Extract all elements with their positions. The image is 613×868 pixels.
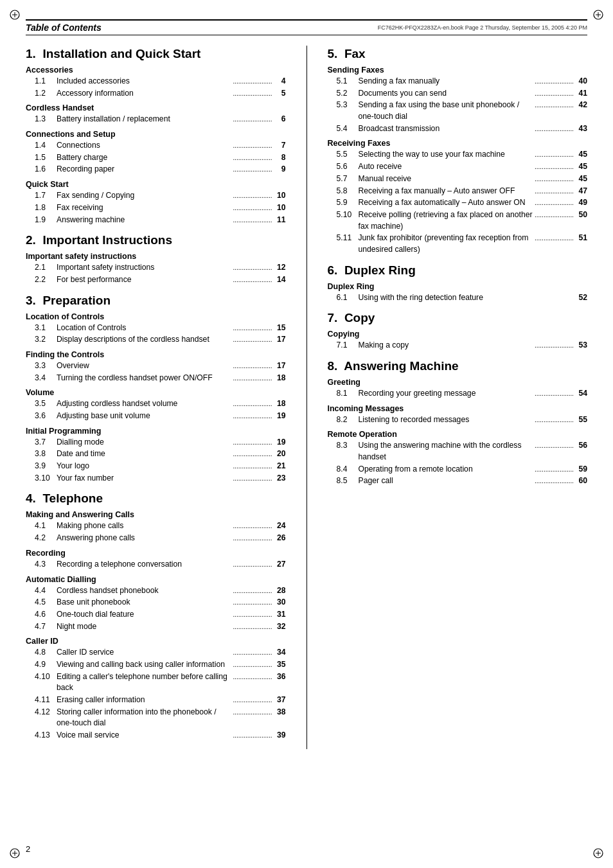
toc-dots: ........................................ [233,400,272,409]
toc-text: Your fax number [57,473,233,484]
toc-num: 2.1 [35,262,57,274]
toc-page: 49 [573,197,587,209]
toc-num: 1.2 [35,88,57,100]
toc-text: Fax receiving [57,202,233,214]
toc-page: 19 [272,411,286,422]
toc-entry: 5.10 Receive polling (retrieving a fax p… [328,209,588,232]
toc-page: 21 [272,461,286,472]
toc-num: 4.3 [35,559,57,571]
toc-entry: 2.2 For best performance ...............… [26,274,286,286]
toc-entry: 4.13 Voice mail service ................… [26,730,286,741]
toc-text: Auto receive [359,161,535,173]
toc-page: 27 [272,559,286,571]
toc-num: 5.2 [337,88,359,100]
toc-text: Adjusting base unit volume [57,411,233,422]
toc-text: Using with the ring detection feature [359,292,535,304]
toc-text: Important safety instructions [57,262,233,274]
toc-entry: 1.8 Fax receiving ......................… [26,202,286,214]
toc-page: 24 [272,520,286,532]
toc-dots: ........................................ [233,77,272,87]
section-title: 1. Installation and Quick Start [26,47,286,61]
toc-page: 7 [272,140,286,152]
subsection-title: Connections and Setup [26,130,286,139]
toc-entry: 8.3 Using the answering machine with the… [328,440,588,463]
toc-dots: ........................................ [233,438,272,448]
toc-dots: ........................................ [233,660,272,670]
toc-entry: 8.2 Listening to recorded messages .....… [328,414,588,426]
toc-page: 4 [272,76,286,87]
toc-entry: 1.2 Accessory information ..............… [26,88,286,100]
toc-entry: 3.6 Adjusting base unit volume .........… [26,411,286,422]
toc-num: 1.8 [35,202,57,214]
toc-entry: 4.10 Editing a caller's telephone number… [26,671,286,694]
toc-text: Adjusting cordless handset volume [57,398,233,410]
toc-page: 6 [272,114,286,125]
toc-dots: ........................................ [233,89,272,99]
toc-num: 4.7 [35,621,57,633]
toc-entry: 3.7 Dialling mode ......................… [26,437,286,448]
toc-page: 18 [272,398,286,410]
toc-page: 34 [272,647,286,659]
toc-dots: ........................................ [233,534,272,544]
toc-entry: 5.6 Auto receive .......................… [328,161,588,173]
toc-dots: ........................................ [233,324,272,333]
subsection-title: Finding the Controls [26,350,286,359]
toc-dots: ........................................ [233,335,272,345]
toc-text: Display descriptions of the cordless han… [57,334,233,346]
subsection-title: Quick Start [26,180,286,189]
toc-page: 10 [272,190,286,202]
toc-num: 6.1 [337,292,359,304]
section-block: 6. Duplex RingDuplex Ring 6.1 Using with… [328,263,588,304]
toc-page: 53 [573,340,587,351]
subsection-title: Location of Controls [26,312,286,321]
toc-entry: 5.11 Junk fax prohibitor (preventing fax… [328,233,588,255]
toc-text: Battery charge [57,152,233,164]
toc-dots: ........................................ [233,263,272,273]
toc-text: Battery installation / replacement [57,114,233,125]
toc-page: 50 [573,209,587,221]
toc-page: 19 [272,437,286,448]
subsection-title: Automatic Dialling [26,575,286,584]
toc-num: 5.3 [337,100,359,111]
toc-text: Receive polling (retrieving a fax placed… [359,209,535,232]
toc-text: Recording a telephone conversation [57,559,233,571]
toc-dots: ........................................ [233,673,272,682]
toc-dots: ........................................ [535,199,573,208]
toc-dots: ........................................ [233,522,272,531]
corner-mark-br [592,847,604,859]
toc-num: 1.9 [35,215,57,226]
right-column: 5. FaxSending Faxes 5.1 Sending a fax ma… [328,46,588,749]
toc-num: 5.7 [337,173,359,185]
toc-num: 4.13 [35,730,57,741]
toc-text: Sending a fax using the base unit phoneb… [359,100,535,122]
toc-text: Selecting the way to use your fax machin… [359,149,535,161]
toc-text: Erasing caller information [57,695,233,706]
toc-dots: ........................................ [233,598,272,608]
toc-dots: ........................................ [233,623,272,632]
toc-num: 7.1 [337,340,359,351]
toc-dots: ........................................ [233,276,272,285]
toc-num: 1.5 [35,152,57,164]
toc-page: 42 [573,100,587,111]
toc-page: 23 [272,473,286,484]
subsection-title: Sending Faxes [328,66,588,75]
section-title: 7. Copy [328,311,588,325]
toc-page: 15 [272,323,286,334]
toc-text: Manual receive [359,173,535,185]
toc-entry: 8.1 Recording your greeting message ....… [328,388,588,400]
toc-num: 8.3 [337,440,359,452]
toc-num: 1.7 [35,190,57,202]
toc-page: 28 [272,585,286,597]
toc-page: 17 [272,360,286,372]
page-footer: 2 [26,844,30,854]
header-meta: FC762HK-PFQX2283ZA-en.book Page 2 Thursd… [378,24,587,31]
subsection-title: Important safety instructions [26,252,286,261]
toc-text: Listening to recorded messages [359,414,535,426]
toc-dots: ........................................ [535,441,573,451]
toc-entry: 1.5 Battery charge .....................… [26,152,286,164]
toc-text: Junk fax prohibitor (preventing fax rece… [359,233,535,255]
toc-text: Documents you can send [359,88,535,100]
content-columns: 1. Installation and Quick StartAccessori… [26,46,587,749]
toc-dots: ........................................ [535,341,573,351]
toc-num: 8.1 [337,388,359,400]
